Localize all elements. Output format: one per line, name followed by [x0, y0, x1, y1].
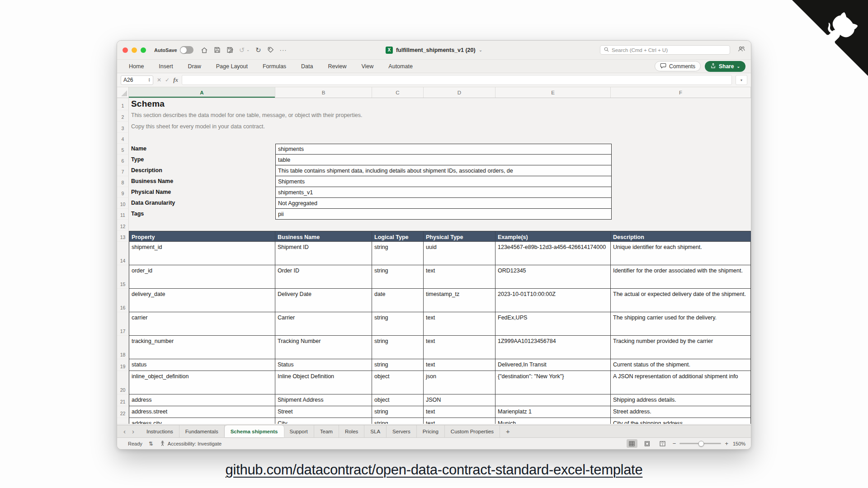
row-number[interactable]: 17: [117, 312, 129, 336]
zoom-in-button[interactable]: +: [725, 440, 728, 447]
presence-people-icon[interactable]: [737, 46, 745, 55]
row-number[interactable]: 12: [117, 220, 129, 231]
column-header-b[interactable]: B: [275, 87, 372, 98]
meta-value-cell[interactable]: shipments: [275, 144, 612, 155]
cell-example[interactable]: [495, 394, 611, 406]
zoom-level-label[interactable]: 150%: [733, 441, 746, 446]
meta-value-cell[interactable]: Not Aggregated: [275, 198, 612, 209]
cell-business-name[interactable]: Inline Object Definition: [275, 371, 372, 394]
github-corner-link[interactable]: [792, 0, 868, 76]
cell-physical-type[interactable]: text: [424, 418, 495, 424]
name-box-stepper[interactable]: ▲ ▼: [148, 78, 151, 82]
row-number[interactable]: 2: [117, 110, 129, 122]
comments-button[interactable]: Comments: [655, 61, 701, 71]
fullscreen-window-button[interactable]: [141, 47, 146, 53]
cell-property[interactable]: address: [129, 394, 275, 406]
share-button[interactable]: Share ⌄: [705, 61, 745, 72]
cell-description[interactable]: The actual or expected delivery date of …: [611, 289, 751, 312]
cell-example[interactable]: Delivered,In Transit: [495, 359, 611, 371]
column-header-f[interactable]: F: [611, 87, 751, 98]
row-number[interactable]: 13: [117, 231, 129, 242]
row-number[interactable]: 11: [117, 209, 129, 220]
sheet-tab-custom-properties[interactable]: Custom Properties: [445, 425, 500, 437]
cell-logical-type[interactable]: string: [372, 265, 424, 289]
tab-page-layout[interactable]: Page Layout: [216, 63, 248, 70]
row-number[interactable]: 9: [117, 187, 129, 198]
cell-logical-type[interactable]: string: [372, 418, 424, 424]
cell-description[interactable]: A JSON representation of additional ship…: [611, 371, 751, 394]
cell-business-name[interactable]: Order ID: [275, 265, 372, 289]
cell-property[interactable]: carrier: [129, 312, 275, 336]
meta-label-cell[interactable]: Description: [129, 165, 275, 176]
cell-physical-type[interactable]: JSON: [424, 394, 495, 406]
cell-business-name[interactable]: Tracking Number: [275, 336, 372, 359]
cell-physical-type[interactable]: text: [424, 336, 495, 359]
tab-formulas[interactable]: Formulas: [263, 63, 286, 70]
insert-function-icon[interactable]: fx: [173, 76, 178, 84]
cell-property[interactable]: address.street: [129, 406, 275, 418]
sheet-tab-roles[interactable]: Roles: [339, 425, 364, 437]
sheet-tab-instructions[interactable]: Instructions: [141, 425, 179, 437]
repo-url-link[interactable]: github.com/datacontract/open-data-contra…: [226, 462, 643, 478]
cell-business-name[interactable]: Carrier: [275, 312, 372, 336]
cell-logical-type[interactable]: string: [372, 406, 424, 418]
add-sheet-button[interactable]: +: [500, 425, 516, 437]
row-number[interactable]: 4: [117, 133, 129, 144]
meta-label-cell[interactable]: Type: [129, 155, 275, 165]
cell-business-name[interactable]: Shipment ID: [275, 242, 372, 265]
meta-value-cell[interactable]: Shipments: [275, 176, 612, 187]
cell-description[interactable]: Current status of the shipment.: [611, 359, 751, 371]
redo-icon[interactable]: ↻: [255, 46, 261, 54]
tab-home[interactable]: Home: [129, 63, 144, 70]
cell-example[interactable]: Marienplatz 1: [495, 406, 611, 418]
table-header-cell[interactable]: Example(s): [495, 231, 611, 242]
save-as-icon[interactable]: [226, 47, 233, 53]
meta-value-cell[interactable]: This table contains shipment data, inclu…: [275, 165, 612, 176]
row-number[interactable]: 10: [117, 198, 129, 209]
sheet-tab-fundamentals[interactable]: Fundamentals: [179, 425, 225, 437]
meta-label-cell[interactable]: Physical Name: [129, 187, 275, 198]
row-number[interactable]: 15: [117, 265, 129, 289]
cell-physical-type[interactable]: uuid: [424, 242, 495, 265]
meta-label-cell[interactable]: Data Granularity: [129, 198, 275, 209]
row-number[interactable]: 3: [117, 122, 129, 133]
select-all-corner[interactable]: [117, 87, 129, 98]
tab-review[interactable]: Review: [328, 63, 346, 70]
row-number[interactable]: 20: [117, 371, 129, 394]
cell-logical-type[interactable]: string: [372, 336, 424, 359]
cell-physical-type[interactable]: text: [424, 406, 495, 418]
cell-physical-type[interactable]: json: [424, 371, 495, 394]
zoom-slider-knob[interactable]: [698, 441, 704, 446]
save-icon[interactable]: [214, 47, 221, 53]
table-header-cell[interactable]: Description: [611, 231, 751, 242]
cell-description[interactable]: Identifier for the order associated with…: [611, 265, 751, 289]
page-break-preview-button[interactable]: [657, 439, 668, 448]
cell-logical-type[interactable]: object: [372, 371, 424, 394]
cell-property[interactable]: order_id: [129, 265, 275, 289]
cell-example[interactable]: {"destination": "New York"}: [495, 371, 611, 394]
undo-icon[interactable]: ↺: [239, 46, 245, 54]
tab-data[interactable]: Data: [301, 63, 313, 70]
cell-example[interactable]: 1Z999AA10123456784: [495, 336, 611, 359]
cell-description[interactable]: Unique identifier for each shipment.: [611, 242, 751, 265]
sheet-title-cell[interactable]: Schema: [129, 98, 165, 110]
search-box[interactable]: [600, 45, 730, 55]
tab-automate[interactable]: Automate: [388, 63, 413, 70]
cell-description[interactable]: Tracking number provided by the carrier: [611, 336, 751, 359]
row-number[interactable]: 16: [117, 289, 129, 312]
prev-sheet-icon[interactable]: ‹: [123, 427, 126, 435]
cell-physical-type[interactable]: text: [424, 359, 495, 371]
next-sheet-icon[interactable]: ›: [132, 427, 134, 435]
sheet-description-cell[interactable]: This section describes the data model fo…: [129, 110, 362, 122]
column-header-e[interactable]: E: [495, 87, 611, 98]
accessibility-status[interactable]: Accessibility: Investigate: [160, 441, 222, 446]
row-number[interactable]: 5: [117, 144, 129, 155]
column-header-d[interactable]: D: [424, 87, 495, 98]
cell-logical-type[interactable]: date: [372, 289, 424, 312]
cell-example[interactable]: ORD12345: [495, 265, 611, 289]
row-number[interactable]: 7: [117, 165, 129, 176]
meta-value-cell[interactable]: pii: [275, 209, 612, 220]
cell-example[interactable]: 123e4567-e89b-12d3-a456-426614174000: [495, 242, 611, 265]
column-header-a[interactable]: A: [129, 87, 275, 98]
row-number[interactable]: 14: [117, 242, 129, 265]
